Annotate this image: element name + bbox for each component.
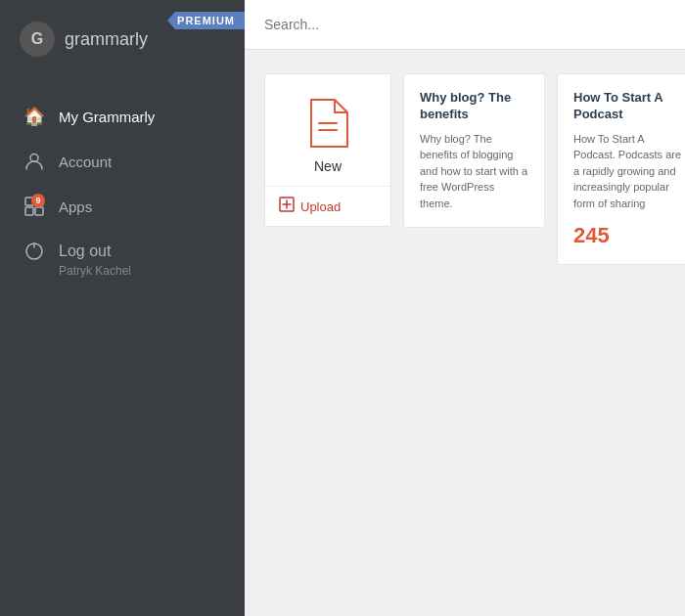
apps-badge: 9 bbox=[31, 194, 45, 207]
sidebar-item-apps[interactable]: 9 Apps bbox=[0, 184, 245, 229]
search-input[interactable] bbox=[264, 17, 665, 32]
logo-text: grammarly bbox=[65, 29, 148, 50]
home-icon: 🏠 bbox=[23, 106, 45, 127]
sidebar-item-logout[interactable]: Log out Patryk Kachel bbox=[0, 229, 245, 289]
upload-button[interactable]: Upload bbox=[265, 186, 390, 226]
search-bar-wrap bbox=[245, 0, 685, 50]
upload-label: Upload bbox=[300, 199, 341, 214]
logout-label: Log out bbox=[59, 242, 111, 260]
sidebar-nav: 🏠 My Grammarly Account bbox=[0, 74, 245, 616]
sidebar-item-label: My Grammarly bbox=[59, 109, 155, 125]
blog-excerpt: Why blog? The benefits of blogging and h… bbox=[420, 131, 528, 212]
username: Patryk Kachel bbox=[23, 264, 221, 278]
sidebar-item-account[interactable]: Account bbox=[0, 139, 245, 184]
logo-letter: G bbox=[31, 30, 43, 48]
logout-icon bbox=[23, 241, 45, 262]
account-icon bbox=[23, 151, 45, 172]
svg-rect-3 bbox=[25, 207, 33, 215]
upload-icon bbox=[279, 197, 295, 216]
podcast-excerpt: How To Start A Podcast. Podcasts are a r… bbox=[573, 131, 685, 212]
logo-area: G grammarly bbox=[0, 0, 245, 74]
logo-icon: G bbox=[20, 22, 55, 57]
podcast-title: How To Start A Podcast bbox=[573, 90, 685, 123]
sidebar-item-label: Account bbox=[59, 154, 112, 170]
podcast-count: 245 bbox=[573, 223, 685, 248]
main-content: New Upload Why blog? The benefits Why bl… bbox=[245, 0, 685, 616]
file-icon bbox=[306, 98, 349, 149]
sidebar-item-label: Apps bbox=[59, 198, 92, 215]
new-label: New bbox=[314, 158, 342, 174]
blog-card: Why blog? The benefits Why blog? The ben… bbox=[403, 73, 545, 228]
content-area: New Upload Why blog? The benefits Why bl… bbox=[245, 50, 685, 616]
premium-badge: PREMIUM bbox=[167, 12, 245, 29]
blog-title: Why blog? The benefits bbox=[420, 90, 528, 123]
podcast-card: How To Start A Podcast How To Start A Po… bbox=[557, 73, 685, 265]
new-upload-top: New bbox=[265, 74, 390, 186]
new-upload-card: New Upload bbox=[264, 73, 391, 227]
svg-rect-4 bbox=[35, 207, 43, 215]
sidebar-item-my-grammarly[interactable]: 🏠 My Grammarly bbox=[0, 94, 245, 139]
sidebar: G grammarly PREMIUM 🏠 My Grammarly Accou… bbox=[0, 0, 245, 616]
